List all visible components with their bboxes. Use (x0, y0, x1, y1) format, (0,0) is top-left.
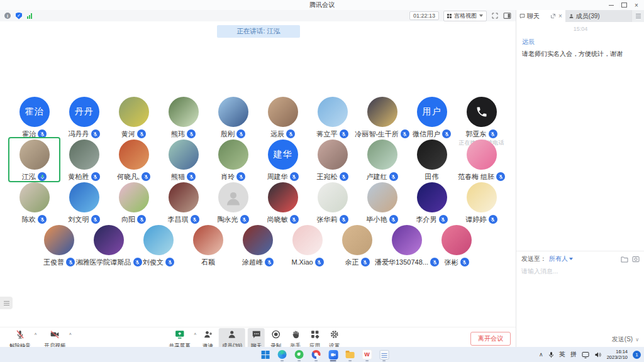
side-flap-handle[interactable] (0, 297, 13, 309)
tray-mic-icon[interactable] (548, 351, 554, 358)
screenshot-icon[interactable] (632, 256, 640, 263)
taskbar-icon-docs-app[interactable] (311, 349, 321, 359)
maximize-button[interactable] (618, 0, 630, 10)
close-chat-icon[interactable]: × (558, 13, 562, 19)
send-to-selector[interactable]: 所有人 (549, 255, 573, 263)
mic-muted-icon (137, 215, 146, 224)
system-tray: ∧ 英 拼 16:14 2023/2/10 1 (539, 349, 641, 361)
participant-name: 陈欢 (22, 215, 36, 224)
window-title: 腾讯会议 (309, 1, 335, 9)
participant-tile[interactable]: 王宛松 (308, 138, 357, 181)
notification-badge[interactable]: 1 (633, 351, 641, 359)
participant-tile[interactable]: 陈欢 (9, 181, 59, 224)
participant-tile[interactable]: 刘俊文 (134, 224, 184, 266)
record-icon (271, 329, 281, 342)
participant-tile[interactable]: 李介男 (407, 181, 457, 224)
cast-icon[interactable] (582, 351, 589, 358)
participant-tile[interactable]: 黄柏胜 (59, 138, 109, 181)
chevron-up-icon[interactable]: ∧ (34, 332, 37, 336)
panel-menu-icon[interactable] (631, 10, 644, 22)
participant-name: 李介男 (416, 215, 437, 224)
participant-avatar (243, 225, 273, 255)
participant-tile[interactable]: 熊玮 (158, 96, 208, 138)
send-options-icon[interactable]: ∨ (635, 337, 639, 343)
participant-tile[interactable]: M.Xiao (283, 224, 333, 266)
taskbar-clock[interactable]: 16:14 2023/2/10 (607, 349, 628, 361)
tab-members[interactable]: 成员(39) (565, 10, 631, 22)
participant-tile[interactable]: 湘雅医学院谭斯品 (84, 224, 134, 266)
participant-tile[interactable]: 石颖 (184, 224, 233, 266)
close-button[interactable]: × (630, 0, 643, 10)
running-indicator (365, 360, 369, 361)
participant-tile[interactable]: 刘文明 (59, 181, 109, 224)
layout-icon[interactable] (503, 12, 511, 19)
participant-tile[interactable]: 用户微信用户 (407, 96, 457, 138)
participant-tile[interactable]: 丹丹冯丹丹 (59, 96, 109, 138)
chat-bubble-icon (519, 13, 525, 19)
participant-tile[interactable]: 熊猫 (158, 138, 208, 181)
info-icon[interactable]: i (4, 13, 11, 19)
fullscreen-icon[interactable] (491, 12, 499, 19)
participant-tile[interactable]: 向阳 (109, 181, 158, 224)
participant-name: 谭婷婷 (466, 215, 487, 224)
taskbar-icon-edge[interactable] (277, 349, 287, 359)
taskbar-icon-explorer[interactable] (345, 349, 355, 359)
taskbar-icon-meeting[interactable] (328, 349, 338, 359)
participant-tile[interactable]: 张华莉 (308, 181, 357, 224)
participant-tile[interactable]: 霍治霍治 (9, 96, 59, 138)
popout-icon[interactable] (550, 13, 556, 19)
participant-tile[interactable]: 毕小艳 (357, 181, 407, 224)
participant-tile[interactable]: 江泓 (9, 138, 59, 181)
participant-tile[interactable]: 卢建红 (357, 138, 407, 181)
participant-tile[interactable]: 冷丽智-生干所 (357, 96, 407, 138)
chat-input[interactable]: 请输入消息... (516, 265, 644, 332)
chevron-up-icon[interactable]: ∧ (194, 332, 197, 336)
participant-tile[interactable]: 谭婷婷 (457, 181, 506, 224)
participant-avatar (268, 97, 298, 127)
minimize-button[interactable] (605, 0, 618, 10)
participant-tile[interactable]: 尚晓敏 (258, 181, 308, 224)
participant-tile[interactable]: 田伟 (407, 138, 457, 181)
participant-tile[interactable]: 建华周建华 (258, 138, 308, 181)
windows-taskbar: W ∧ 英 拼 16:14 2023/2/10 1 (0, 347, 644, 362)
chevron-up-icon[interactable]: ∧ (69, 332, 72, 336)
participant-tile[interactable]: 范春梅 组胚 (457, 138, 506, 181)
participant-avatar (69, 182, 99, 212)
mic-muted-icon (236, 129, 245, 138)
folder-icon[interactable] (621, 256, 628, 263)
participant-avatar (417, 182, 447, 212)
tray-chevron-icon[interactable]: ∧ (539, 351, 543, 358)
participant-tile[interactable]: 涂超峰 (233, 224, 283, 266)
participant-tile[interactable]: 殷刚 (208, 96, 258, 138)
ime-english-indicator[interactable]: 英 (559, 350, 565, 359)
mic-muted-icon (315, 258, 324, 266)
tencent-meeting-window: 腾讯会议 × i ✓ 01:22:13 宫格视图 (0, 0, 644, 362)
tab-chat[interactable]: 聊天 × (516, 10, 565, 22)
participant-avatar (318, 140, 348, 170)
participant-avatar (218, 97, 248, 127)
send-button[interactable]: 发送(S) (612, 335, 633, 344)
shield-icon[interactable]: ✓ (16, 13, 22, 19)
participant-tile[interactable]: 郭亚东正在接听系统电话 (457, 96, 506, 138)
leave-meeting-button[interactable]: 离开会议 (470, 332, 511, 346)
taskbar-icon-windows[interactable] (260, 349, 270, 359)
participant-name: 刘俊文 (143, 258, 164, 267)
ime-pinyin-indicator[interactable]: 拼 (570, 350, 577, 359)
participant-tile[interactable]: 潘爱华1350748... (382, 224, 432, 266)
view-mode-selector[interactable]: 宫格视图 (443, 11, 487, 21)
taskbar-icon-green-app[interactable] (294, 349, 304, 359)
participant-tile[interactable]: 张彬 (432, 224, 482, 266)
participant-tile[interactable]: 蒋立平 (308, 96, 357, 138)
participant-tile[interactable]: 陶永光 (208, 181, 258, 224)
participant-tile[interactable]: 何晓凡, (109, 138, 158, 181)
participant-avatar (169, 182, 199, 212)
participant-tile[interactable]: 黄河 (109, 96, 158, 138)
taskbar-icon-wps[interactable]: W (362, 349, 372, 359)
chat-sender[interactable]: 远辰 (522, 38, 639, 47)
participant-tile[interactable]: 李昌琪 (158, 181, 208, 224)
volume-icon[interactable] (594, 351, 602, 358)
mic-muted-icon (187, 129, 196, 138)
participant-tile[interactable]: 肖玲 (208, 138, 258, 181)
taskbar-icon-notes[interactable] (379, 349, 389, 359)
participant-tile[interactable]: 远辰 (258, 96, 308, 138)
